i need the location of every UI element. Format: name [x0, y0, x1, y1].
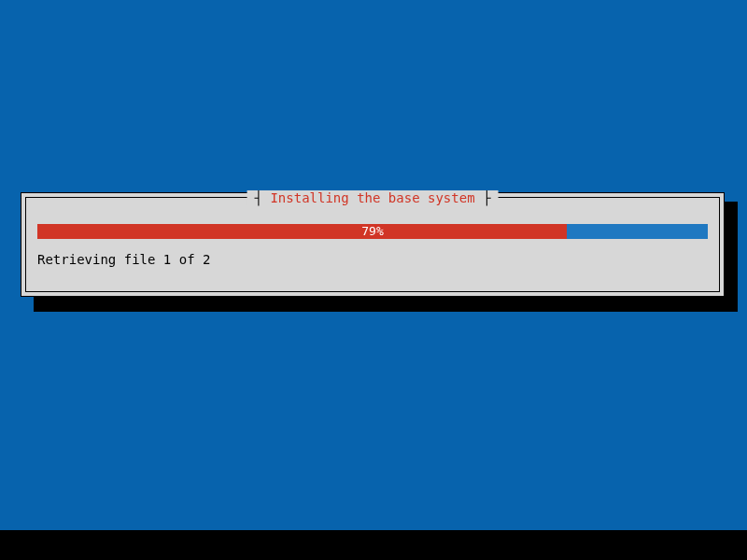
progress-bar: 79%	[37, 224, 708, 239]
status-text: Retrieving file 1 of 2	[37, 252, 210, 267]
progress-percent-label: 79%	[37, 224, 708, 239]
installer-dialog: ┤ Installing the base system ├ 79% Retri…	[21, 192, 725, 297]
dialog-title: ┤ Installing the base system ├	[247, 190, 499, 205]
dialog-frame: ┤ Installing the base system ├ 79% Retri…	[25, 197, 720, 292]
bottom-bar	[0, 530, 747, 560]
